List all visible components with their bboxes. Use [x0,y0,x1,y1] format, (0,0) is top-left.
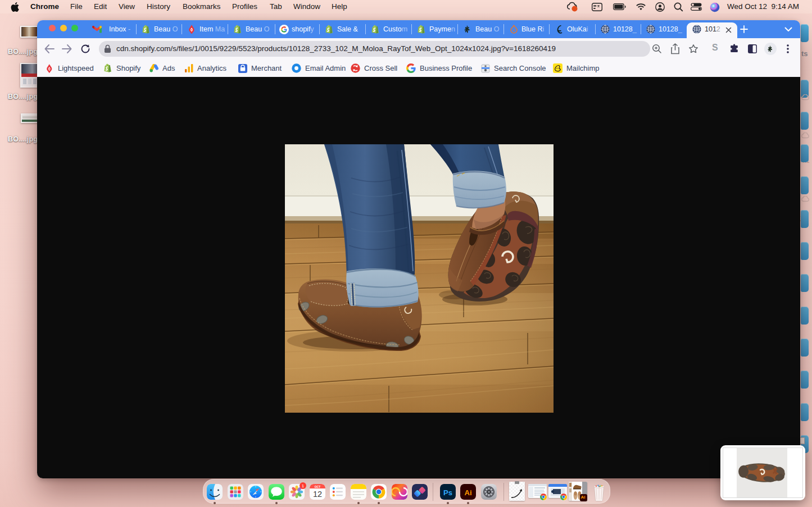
svg-text:Ps: Ps [443,488,452,497]
svg-text:1: 1 [302,483,305,488]
svg-text:OCT: OCT [314,485,320,488]
svg-text:12: 12 [312,490,321,499]
svg-text:Ai: Ai [465,488,472,497]
